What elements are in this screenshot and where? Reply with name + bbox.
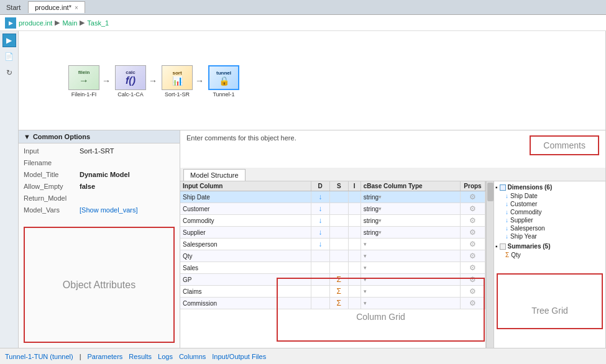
panel-toggle-icon[interactable]: ▼ [24, 133, 30, 140]
option-input: Input Sort-1-SRT [24, 147, 175, 157]
cell-i-9 [349, 298, 361, 309]
cell-d-1: ↓ [311, 203, 330, 214]
breadcrumb-main[interactable]: Main [62, 19, 77, 27]
table-row[interactable]: Salesperson ↓ ▾ ⚙ [180, 239, 485, 250]
tab-close-button[interactable]: × [75, 4, 78, 11]
column-grid: Input Column D S I cBase Column Type Pro… [180, 181, 486, 348]
cell-d-6 [311, 262, 330, 273]
status-logs-link[interactable]: Logs [158, 353, 173, 360]
tree-supplier: Supplier [510, 217, 533, 224]
cell-col-5: Qty [180, 250, 311, 262]
node-sort[interactable]: sort 📊 Sort-1-SR [162, 65, 193, 98]
table-row[interactable]: Commission Σ ▾ ⚙ [180, 298, 485, 309]
tab-active[interactable]: produce.int* × [28, 1, 85, 13]
list-item[interactable]: ↓Salesperson [495, 224, 604, 232]
table-row[interactable]: Customer ↓ string ▾ ⚙ [180, 203, 485, 215]
model-vars-label: Model_Vars [24, 206, 80, 214]
breadcrumb-sep2: ▶ [80, 19, 85, 27]
cell-props-0[interactable]: ⚙ [461, 191, 485, 202]
arrow-3: → [195, 76, 204, 86]
option-model-vars: Model_Vars [Show model_vars] [24, 206, 175, 216]
cell-props-5[interactable]: ⚙ [461, 250, 485, 262]
summaries-label: Summaries (5) [508, 243, 551, 250]
list-item[interactable]: ↓Ship Date [495, 192, 604, 200]
tab-model-structure[interactable]: Model Structure [183, 169, 246, 181]
status-inputoutput-link[interactable]: Input/Output Files [212, 353, 266, 360]
cell-col-3: Supplier [180, 227, 311, 238]
tunnel-label: Tunnel-1 [213, 91, 234, 98]
table-row[interactable]: Sales ▾ ⚙ [180, 262, 485, 274]
column-grid-wrapper: Input Column D S I cBase Column Type Pro… [180, 181, 494, 348]
node-calc[interactable]: calc f() Calc-1-CA [115, 65, 146, 98]
cell-props-7[interactable]: ⚙ [461, 274, 485, 285]
arrow-1: → [102, 76, 111, 86]
table-row[interactable]: Ship Date ↓ string ▾ ⚙ [180, 191, 485, 203]
play-button[interactable]: ▶ [2, 34, 16, 47]
tree-grid-label: Tree Grid [531, 306, 568, 316]
tree-customer: Customer [510, 201, 537, 207]
model-vars-value[interactable]: [Show model_vars] [80, 206, 138, 214]
table-row[interactable]: Claims Σ ▾ ⚙ [180, 286, 485, 298]
table-row[interactable]: Qty ▾ ⚙ [180, 250, 485, 262]
cell-cbase-1: string ▾ [361, 203, 461, 214]
node-filein[interactable]: filein → Filein-1-FI [68, 65, 99, 98]
calc-box[interactable]: calc f() [115, 65, 146, 90]
status-tunnel-link[interactable]: Tunnel-1-TUN (tunnel) [5, 353, 73, 360]
list-item[interactable]: ↓Ship Year [495, 232, 604, 240]
cell-props-1[interactable]: ⚙ [461, 203, 485, 214]
cell-props-4[interactable]: ⚙ [461, 239, 485, 250]
gh-props-col: Props [461, 181, 485, 191]
canvas-area: filein → Filein-1-FI → calc f() Calc-1-C… [19, 31, 606, 348]
tree-grid-border: Tree Grid [497, 273, 603, 329]
sort-label: Sort-1-SR [165, 91, 190, 98]
cell-cbase-2: string ▾ [361, 215, 461, 226]
filein-box[interactable]: filein → [68, 65, 99, 90]
list-item[interactable]: ΣQty [495, 251, 604, 259]
cell-col-7: GP [180, 274, 311, 285]
breadcrumb-file[interactable]: produce.int [19, 19, 52, 27]
tab-start[interactable]: Start [0, 2, 27, 13]
sort-box[interactable]: sort 📊 [162, 65, 193, 90]
cell-cbase-3: string ▾ [361, 227, 461, 238]
breadcrumb-task[interactable]: Task_1 [87, 19, 109, 27]
cell-props-9[interactable]: ⚙ [461, 298, 485, 309]
run-icon[interactable]: ▶ [5, 17, 16, 29]
summaries-box-icon [500, 243, 506, 250]
cell-cbase-5: ▾ [361, 250, 461, 262]
allow-empty-value: false [80, 183, 95, 190]
refresh-icon[interactable]: ↻ [2, 66, 16, 80]
grid-body: Ship Date ↓ string ▾ ⚙ Customer ↓ [180, 191, 485, 344]
cell-cbase-6: ▾ [361, 262, 461, 273]
cell-s-2 [330, 215, 349, 226]
list-item[interactable]: ↓Customer [495, 200, 604, 208]
option-allow-empty: Allow_Empty false [24, 183, 175, 193]
cell-props-6[interactable]: ⚙ [461, 262, 485, 273]
summaries-expand-icon[interactable]: ▪ [495, 243, 498, 250]
option-filename: Filename [24, 159, 175, 169]
table-row[interactable]: Commodity ↓ string ▾ ⚙ [180, 215, 485, 227]
gh-i-col: I [349, 181, 361, 191]
input-value: Sort-1-SRT [80, 147, 114, 155]
cell-props-3[interactable]: ⚙ [461, 227, 485, 238]
cell-s-0 [330, 191, 349, 202]
dimensions-expand-icon[interactable]: ▪ [495, 184, 498, 191]
status-results-link[interactable]: Results [129, 353, 152, 360]
node-tunnel[interactable]: tunnel 🔒 Tunnel-1 [208, 65, 239, 98]
tunnel-box[interactable]: tunnel 🔒 [208, 65, 239, 90]
breadcrumb: ▶ produce.int ▶ Main ▶ Task_1 [0, 15, 606, 31]
table-row[interactable]: Supplier ↓ string ▾ ⚙ [180, 227, 485, 239]
cell-s-5 [330, 250, 349, 262]
cell-props-8[interactable]: ⚙ [461, 286, 485, 297]
cell-props-2[interactable]: ⚙ [461, 215, 485, 226]
tree-ship-date: Ship Date [510, 193, 538, 199]
status-parameters-link[interactable]: Parameters [88, 353, 123, 360]
table-row[interactable]: GP Σ ▾ ⚙ [180, 274, 485, 286]
cell-col-2: Commodity [180, 215, 311, 226]
scroll-track[interactable] [486, 181, 494, 348]
list-item[interactable]: ↓Commodity [495, 208, 604, 216]
list-item[interactable]: ↓Supplier [495, 216, 604, 224]
status-columns-link[interactable]: Columns [179, 353, 206, 360]
cell-s-3 [330, 227, 349, 238]
cell-col-0: Ship Date [180, 191, 311, 202]
model-title-label: Model_Title [24, 171, 80, 178]
